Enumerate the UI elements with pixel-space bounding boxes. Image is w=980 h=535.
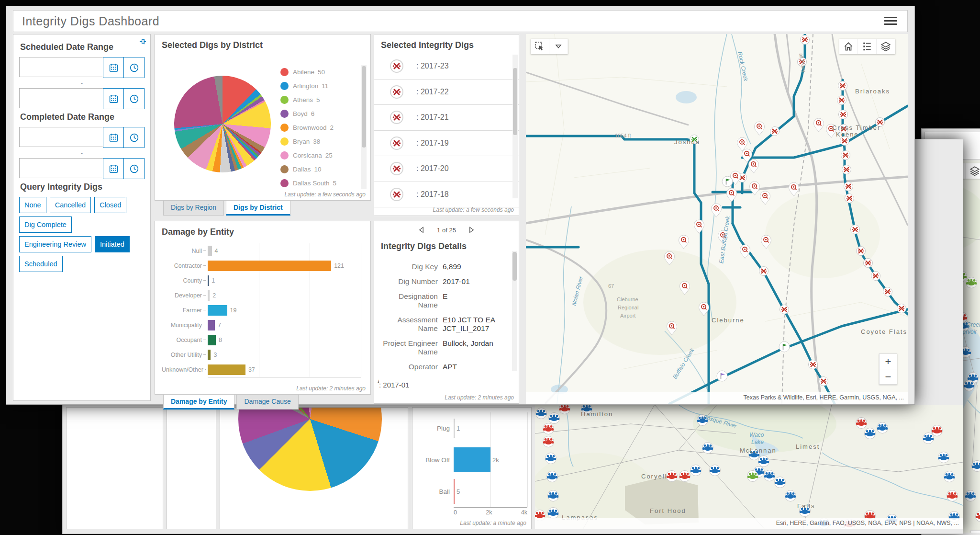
digs-by-district-pie-chart[interactable] — [174, 76, 271, 172]
dig-site-marker[interactable] — [896, 303, 907, 316]
list-item[interactable]: : 2017-19 — [374, 131, 519, 157]
dig-site-marker[interactable] — [818, 376, 829, 388]
valve-marker-red[interactable] — [542, 423, 555, 436]
dig-site-marker[interactable] — [850, 224, 860, 237]
list-item[interactable]: : 2017-23 — [374, 54, 519, 80]
inspection-pin-marker[interactable] — [754, 121, 765, 137]
valve-marker-blue[interactable] — [784, 490, 797, 503]
bar-row[interactable]: 3 — [208, 347, 361, 362]
dig-site-marker[interactable] — [840, 150, 851, 162]
inspection-pin-marker[interactable] — [693, 219, 705, 236]
completed-start-input[interactable] — [19, 127, 103, 147]
bar-row[interactable]: 19 — [208, 303, 361, 318]
valve-marker-red[interactable] — [975, 511, 980, 524]
inspection-pin-marker[interactable] — [726, 188, 737, 204]
tab-damage-cause[interactable]: Damage Cause — [236, 395, 298, 410]
dig-site-marker[interactable] — [779, 304, 790, 317]
clock-icon[interactable] — [123, 158, 145, 179]
valve-marker-blue[interactable] — [774, 477, 786, 490]
dig-site-marker[interactable] — [882, 286, 893, 299]
bar-row[interactable]: 7 — [208, 318, 361, 332]
valve-marker-blue[interactable] — [702, 442, 714, 455]
valve-marker-green[interactable] — [746, 470, 759, 484]
list-item[interactable]: : 2017-21 — [374, 105, 519, 131]
valve-marker-blue[interactable] — [963, 380, 975, 393]
bar-row[interactable]: 2 — [208, 288, 361, 303]
layers-icon[interactable] — [966, 163, 980, 179]
bar-row[interactable]: 8 — [208, 332, 361, 347]
valve-marker-red[interactable] — [855, 417, 868, 431]
valve-marker-red[interactable] — [679, 470, 691, 484]
legend-item[interactable]: Bryan38 — [280, 135, 336, 148]
zoom-out-button[interactable]: − — [971, 531, 980, 533]
inspection-pin-marker[interactable] — [748, 159, 759, 175]
dig-site-marker[interactable] — [838, 109, 848, 122]
valve-marker-blue[interactable] — [971, 460, 980, 474]
layers-icon[interactable] — [877, 39, 895, 54]
flag-marker[interactable] — [722, 176, 733, 189]
bar-row[interactable]: 4 — [208, 243, 361, 258]
details-scrollbar[interactable] — [512, 251, 517, 371]
dig-site-marker[interactable] — [843, 181, 854, 194]
inspection-pin-marker[interactable] — [813, 118, 824, 134]
valve-marker-red[interactable] — [558, 405, 571, 416]
legend-item[interactable]: Abilene50 — [280, 65, 336, 79]
tab-digs-by-region[interactable]: Digs by Region — [163, 201, 224, 216]
clock-icon[interactable] — [123, 57, 145, 78]
select-tool-icon[interactable] — [531, 39, 549, 54]
valve-marker-blue[interactable] — [690, 465, 702, 478]
dig-site-marker[interactable] — [758, 266, 769, 278]
background-map[interactable]: HamiltonBosque RiverWacoLakeMcLennanLime… — [535, 405, 963, 529]
pie-chart-background[interactable] — [238, 407, 382, 491]
valve-marker-blue[interactable] — [547, 490, 559, 503]
legend-item[interactable]: Athens5 — [280, 93, 336, 107]
home-icon[interactable] — [839, 39, 858, 54]
list-scrollbar[interactable] — [512, 55, 518, 198]
bar-row[interactable]: 121 — [208, 258, 361, 273]
legend-item[interactable]: Corsicana25 — [280, 148, 336, 162]
valve-marker-blue[interactable] — [964, 490, 977, 503]
menu-icon[interactable] — [884, 17, 897, 25]
valve-marker-red[interactable] — [666, 470, 678, 484]
inspection-pin-marker[interactable] — [788, 182, 800, 198]
inspection-pin-marker[interactable] — [666, 321, 678, 337]
calendar-icon[interactable] — [103, 127, 124, 148]
dig-site-marker[interactable] — [863, 258, 873, 270]
valve-marker-blue[interactable] — [943, 471, 956, 484]
clock-icon[interactable] — [123, 127, 145, 148]
query-button-none[interactable]: None — [19, 197, 46, 213]
valve-marker-blue[interactable] — [545, 453, 557, 466]
dig-site-marker[interactable] — [841, 164, 852, 177]
tab-digs-by-district[interactable]: Digs by District — [226, 201, 290, 216]
query-button-initiated[interactable]: Initiated — [95, 236, 130, 252]
valve-marker-blue[interactable] — [709, 465, 721, 478]
legend-scrollbar[interactable] — [361, 65, 367, 189]
bar-row[interactable]: 37 — [208, 362, 361, 377]
legend-icon[interactable] — [858, 39, 877, 54]
legend-item[interactable]: Boyd6 — [280, 107, 336, 121]
dig-site-marker[interactable] — [800, 34, 810, 47]
flag-marker[interactable] — [716, 370, 728, 384]
valve-marker-red[interactable] — [946, 490, 958, 503]
query-button-dig-complete[interactable]: Dig Complete — [19, 216, 72, 233]
next-page-icon[interactable] — [468, 226, 475, 234]
scheduled-end-input[interactable] — [19, 88, 103, 108]
legend-item[interactable]: Arlington11 — [280, 79, 336, 93]
valve-marker-green[interactable] — [965, 277, 978, 290]
valve-marker-red[interactable] — [542, 436, 555, 449]
inspection-pin-marker[interactable] — [759, 191, 771, 207]
query-button-scheduled[interactable]: Scheduled — [19, 256, 63, 272]
list-item[interactable]: : 2017-22 — [374, 80, 519, 105]
zoom-out-button[interactable]: − — [880, 369, 897, 384]
clock-icon[interactable] — [123, 88, 145, 109]
calendar-icon[interactable] — [103, 57, 124, 78]
pin-icon[interactable] — [139, 38, 146, 47]
inspection-pin-marker[interactable] — [664, 251, 675, 267]
list-item[interactable]: : 2017-20 — [374, 156, 519, 182]
legend-item[interactable]: Dallas10 — [280, 162, 336, 176]
valve-marker-blue[interactable] — [876, 422, 889, 435]
selection-dropdown-icon[interactable] — [549, 39, 568, 54]
dig-site-marker[interactable] — [836, 95, 847, 107]
legend-item[interactable]: Brownwood2 — [280, 121, 336, 135]
dig-site-marker[interactable] — [856, 246, 866, 258]
